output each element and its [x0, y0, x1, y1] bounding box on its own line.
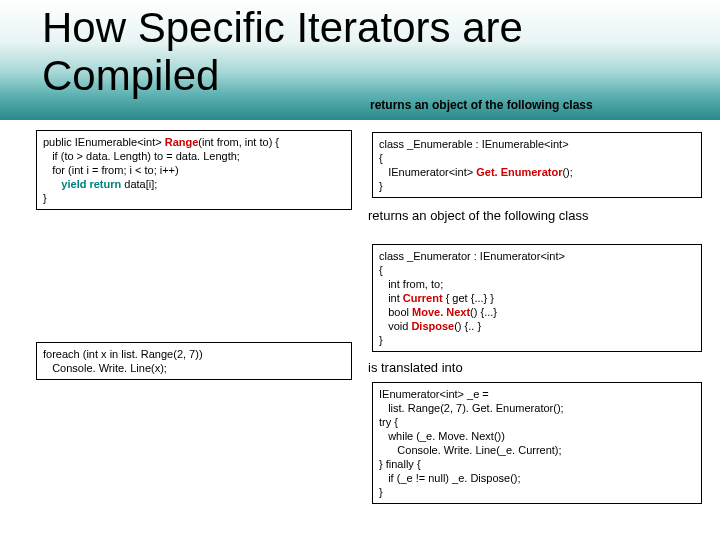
code-enumerable-class: class _Enumerable : IEnumerable<int> { I…: [372, 132, 702, 198]
translated-text: is translated into: [368, 360, 463, 376]
returns-text-2: returns an object of the following class: [368, 208, 698, 224]
code-foreach: foreach (int x in list. Range(2, 7)) Con…: [36, 342, 352, 380]
code-range-method: public IEnumerable<int> Range(int from, …: [36, 130, 352, 210]
code-translated: IEnumerator<int> _e = list. Range(2, 7).…: [372, 382, 702, 504]
code-enumerator-class: class _Enumerator : IEnumerator<int> { i…: [372, 244, 702, 352]
subtitle-right: returns an object of the following class: [370, 98, 593, 112]
page-title: How Specific Iterators are Compiled: [42, 4, 523, 100]
